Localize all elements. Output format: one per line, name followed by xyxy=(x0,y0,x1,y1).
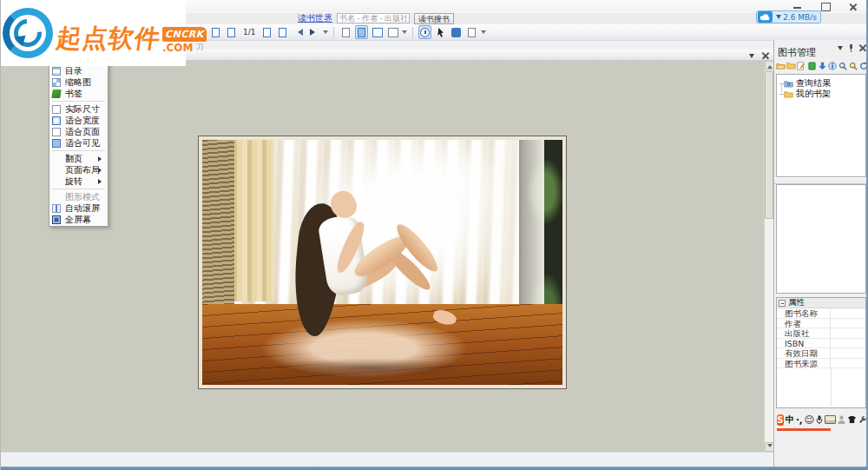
skin-icon[interactable] xyxy=(847,414,857,426)
figure-shadow xyxy=(274,358,462,378)
blue-square-icon xyxy=(451,28,461,37)
refresh-button[interactable] xyxy=(858,61,868,71)
toolbar-separator xyxy=(333,27,334,38)
down-arrow-icon xyxy=(776,15,781,22)
menu-item-toc[interactable]: 目录 xyxy=(49,65,108,76)
property-row[interactable]: 作者 xyxy=(777,319,865,329)
doc-close-icon[interactable] xyxy=(761,52,769,60)
vertical-scrollbar[interactable] xyxy=(764,61,773,452)
last-page-button[interactable] xyxy=(276,25,289,39)
detail-list-box[interactable] xyxy=(776,184,866,294)
view-dropdown-menu: 目录 缩略图 书签 实际尺寸 适合宽度 适合页面 适合可见 翻页 页面布局 旋转… xyxy=(49,52,108,227)
next-page-button[interactable] xyxy=(260,25,273,39)
status-bar xyxy=(1,452,773,467)
menu-item-rotate[interactable]: 旋转 xyxy=(49,175,108,187)
toolbar-separator xyxy=(412,27,413,38)
view-continuous-facing-button[interactable] xyxy=(386,25,399,39)
menu-item-fit-page[interactable]: 适合页面 xyxy=(49,126,108,137)
toc-icon xyxy=(52,67,61,76)
view-continuous-button[interactable] xyxy=(355,25,368,39)
thumbnails-icon xyxy=(52,78,61,87)
cncrk-watermark-logo: 起点软件 CNCRK .COM 刀 xyxy=(1,0,186,66)
maximize-button[interactable] xyxy=(819,2,832,11)
prev-page-button[interactable] xyxy=(225,25,238,39)
view-single-page-button[interactable] xyxy=(339,25,352,39)
emoji-icon[interactable]: ☺ xyxy=(805,414,814,426)
menu-item-fit-width[interactable]: 适合宽度 xyxy=(49,115,108,126)
panel-title: 图书管理 xyxy=(778,46,816,59)
logo-ring-icon xyxy=(3,8,53,58)
fit-visible-icon xyxy=(52,139,61,148)
menu-item-page-turn[interactable]: 翻页 xyxy=(49,153,108,164)
doc-menu-caret-icon[interactable] xyxy=(749,54,754,61)
history-forward-button[interactable] xyxy=(307,25,320,39)
edit-book-button[interactable] xyxy=(797,61,806,71)
select-cursor-button[interactable] xyxy=(434,25,447,39)
view-facing-button[interactable] xyxy=(371,25,384,39)
menu-item-auto-scroll[interactable]: 自动滚屏 xyxy=(49,202,108,214)
note-tool-button[interactable] xyxy=(465,25,478,39)
advanced-search-button[interactable] xyxy=(848,61,858,71)
bookshelf-tree: 查询结果 我的书架 xyxy=(776,74,866,177)
document-canvas[interactable] xyxy=(1,61,764,452)
panel-splitter[interactable] xyxy=(774,177,868,184)
property-row[interactable]: 图书名称 xyxy=(777,308,865,319)
history-back-button[interactable] xyxy=(292,25,305,39)
properties-header[interactable]: 属性 xyxy=(777,298,865,308)
microphone-icon[interactable] xyxy=(816,414,823,426)
close-button[interactable] xyxy=(847,2,859,11)
new-folder-button[interactable] xyxy=(786,61,796,71)
bookmark-icon xyxy=(51,89,61,98)
note-tool-caret-icon[interactable] xyxy=(481,30,486,36)
collapse-icon[interactable] xyxy=(779,300,786,307)
window-controls xyxy=(792,2,859,11)
book-info-button[interactable] xyxy=(828,61,838,71)
menu-item-graphics-mode: 图形模式 xyxy=(49,191,108,202)
book-management-panel: 图书管理 查询结果 我的书架 xyxy=(773,40,868,467)
panel-close-icon[interactable] xyxy=(858,44,866,52)
property-row[interactable]: 有效日期 xyxy=(777,348,865,359)
actual-size-icon xyxy=(52,105,61,114)
green-book-button[interactable] xyxy=(807,61,817,71)
property-row[interactable]: 图书来源 xyxy=(777,359,865,369)
account-icon[interactable] xyxy=(838,414,845,426)
history-caret-icon[interactable] xyxy=(323,30,328,36)
search-books-button[interactable]: 读书搜书 xyxy=(414,13,454,24)
page-indicator: 1/1 xyxy=(243,28,255,36)
menu-item-full-screen[interactable]: 全屏幕 xyxy=(49,214,108,225)
keyboard-icon[interactable] xyxy=(825,414,836,426)
menu-item-fit-visible[interactable]: 适合可见 xyxy=(49,137,108,149)
menu-item-page-layout[interactable]: 页面布局 xyxy=(49,164,108,175)
open-book-button[interactable] xyxy=(776,61,786,71)
download-speed-badge[interactable]: 2.6 MB/s xyxy=(756,10,821,23)
full-screen-icon xyxy=(52,215,61,224)
sogou-logo-icon[interactable]: S xyxy=(777,414,784,426)
tools-wrench-icon[interactable] xyxy=(858,414,867,426)
highlight-tool-button[interactable] xyxy=(450,25,463,39)
search-books-tool-button[interactable] xyxy=(838,61,847,71)
logo-mark: 刀 xyxy=(196,42,204,53)
fit-page-icon xyxy=(52,128,61,136)
book-search-input[interactable] xyxy=(337,13,410,23)
menu-item-bookmarks[interactable]: 书签 xyxy=(49,88,108,99)
reading-world-link[interactable]: 读书世界 xyxy=(298,12,332,24)
ime-punct-toggle[interactable]: ·, xyxy=(796,414,803,426)
cloud-icon xyxy=(758,11,773,23)
scrollbar-thumb[interactable] xyxy=(765,71,773,219)
ime-mode-toggle[interactable]: 中 xyxy=(786,414,794,426)
menu-item-thumbnails[interactable]: 缩略图 xyxy=(49,76,108,88)
tree-item-my-bookshelf[interactable]: 我的书架 xyxy=(779,89,864,99)
history-clock-button[interactable] xyxy=(418,25,431,39)
property-row[interactable]: 出版社 xyxy=(777,328,865,339)
fit-width-icon xyxy=(52,116,61,125)
menu-item-actual-size[interactable]: 实际尺寸 xyxy=(49,103,108,115)
pin-icon[interactable] xyxy=(847,44,854,51)
window-bottom-border xyxy=(1,467,866,470)
view-mode-caret-icon[interactable] xyxy=(402,30,407,36)
download-speed-text: 2.6 MB/s xyxy=(783,13,817,22)
minimize-button[interactable] xyxy=(792,2,804,11)
download-book-button[interactable] xyxy=(818,61,827,71)
property-row[interactable]: ISBN xyxy=(777,339,865,349)
first-page-button[interactable] xyxy=(209,25,222,39)
panel-menu-caret-icon[interactable] xyxy=(838,46,843,53)
